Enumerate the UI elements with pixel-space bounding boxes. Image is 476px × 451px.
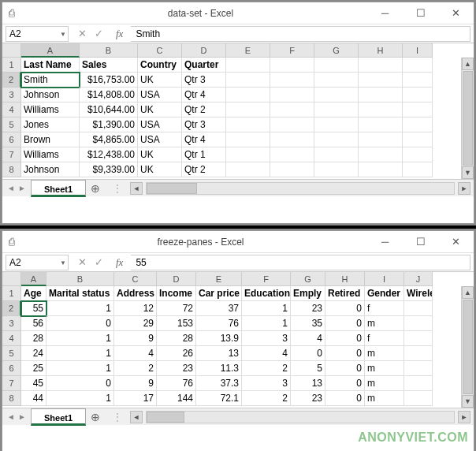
column-header[interactable]: H <box>359 43 403 58</box>
cell[interactable]: 76 <box>157 376 196 391</box>
row-header[interactable]: 1 <box>2 286 21 301</box>
scroll-down-button[interactable]: ▼ <box>462 395 474 408</box>
cell[interactable]: m <box>365 316 404 331</box>
vertical-scrollbar[interactable]: ▲ ▼ <box>461 286 474 408</box>
cell[interactable]: 37.3 <box>196 376 242 391</box>
row-header[interactable]: 7 <box>2 376 21 391</box>
header-cell[interactable]: Address <box>114 286 157 301</box>
fx-label[interactable]: fx <box>113 256 126 269</box>
column-header[interactable]: H <box>325 272 365 286</box>
row-header[interactable]: 6 <box>2 361 21 376</box>
column-header[interactable]: B <box>80 43 138 58</box>
row-header[interactable]: 5 <box>2 117 21 132</box>
cell[interactable] <box>404 331 433 346</box>
cell[interactable]: 9 <box>114 331 157 346</box>
cell[interactable] <box>226 117 270 132</box>
cell[interactable] <box>226 147 270 162</box>
cell[interactable] <box>314 88 359 102</box>
cell[interactable]: f <box>365 331 404 346</box>
cell[interactable]: Qtr 3 <box>182 117 226 132</box>
cell[interactable]: UK <box>138 102 182 117</box>
cell[interactable]: 2 <box>242 361 291 376</box>
cell[interactable]: 13 <box>291 376 325 391</box>
minimize-button[interactable]: ─ <box>367 2 403 24</box>
cell[interactable]: Qtr 2 <box>182 162 226 177</box>
cell[interactable] <box>404 316 433 331</box>
header-cell[interactable]: Quarter <box>182 58 226 73</box>
column-header[interactable]: B <box>46 272 114 286</box>
cell[interactable]: 44 <box>21 391 46 406</box>
cell[interactable]: 11.3 <box>196 361 242 376</box>
column-header[interactable]: A <box>21 43 80 58</box>
column-header[interactable]: E <box>196 272 242 286</box>
cell[interactable]: 1 <box>46 301 114 316</box>
cell[interactable]: Qtr 2 <box>182 102 226 117</box>
row-header[interactable]: 6 <box>2 132 21 147</box>
header-cell[interactable]: Income <box>157 286 196 301</box>
cell[interactable] <box>404 346 433 361</box>
cell[interactable] <box>403 132 433 147</box>
header-cell[interactable]: Car price <box>196 286 242 301</box>
cell[interactable] <box>404 301 433 316</box>
cell[interactable]: 0 <box>291 346 325 361</box>
cell[interactable]: 2 <box>114 361 157 376</box>
cell[interactable]: $10,644.00 <box>80 102 138 117</box>
cell[interactable]: 1 <box>46 361 114 376</box>
enter-icon[interactable]: ✓ <box>95 28 103 39</box>
header-cell[interactable] <box>359 58 403 73</box>
cell[interactable]: UK <box>138 73 182 88</box>
cell[interactable]: Qtr 4 <box>182 132 226 147</box>
scroll-thumb[interactable] <box>147 183 197 194</box>
cell[interactable]: 4 <box>291 331 325 346</box>
cell[interactable] <box>403 73 433 88</box>
cell[interactable]: 25 <box>21 361 46 376</box>
sheet-tab[interactable]: Sheet1 <box>31 180 86 197</box>
scroll-track[interactable] <box>146 182 455 195</box>
cell[interactable]: 1 <box>242 301 291 316</box>
cell[interactable] <box>404 361 433 376</box>
cell[interactable] <box>403 117 433 132</box>
header-cell[interactable]: Gender <box>365 286 404 301</box>
cell[interactable]: 24 <box>21 346 46 361</box>
enter-icon[interactable]: ✓ <box>95 256 103 268</box>
add-sheet-button[interactable]: ⊕ <box>86 408 105 426</box>
header-cell[interactable]: Retired <box>325 286 365 301</box>
name-box[interactable]: A2▼ <box>6 255 69 270</box>
cell[interactable] <box>270 132 314 147</box>
cell[interactable] <box>404 391 433 406</box>
cell[interactable]: 23 <box>291 391 325 406</box>
chevron-left-icon[interactable]: ◄ <box>7 184 15 192</box>
add-sheet-button[interactable]: ⊕ <box>86 180 105 197</box>
cell[interactable]: Brown <box>21 132 80 147</box>
cell[interactable]: Jones <box>21 117 80 132</box>
splitter-icon[interactable]: ⋮ <box>108 412 127 423</box>
column-header[interactable]: F <box>270 43 314 58</box>
scroll-right-button[interactable]: ► <box>458 411 470 423</box>
cell[interactable]: 0 <box>46 376 114 391</box>
cell[interactable] <box>359 88 403 102</box>
column-header[interactable]: A <box>21 272 46 286</box>
cell[interactable] <box>314 132 359 147</box>
cell[interactable]: 0 <box>325 301 365 316</box>
column-header[interactable]: D <box>182 43 226 58</box>
column-header[interactable]: G <box>291 272 325 286</box>
row-header[interactable]: 2 <box>2 301 21 316</box>
column-header[interactable]: C <box>114 272 157 286</box>
cell[interactable]: 1 <box>46 331 114 346</box>
cell[interactable]: USA <box>138 117 182 132</box>
header-cell[interactable]: Marital status <box>46 286 114 301</box>
cell[interactable] <box>359 147 403 162</box>
column-header[interactable]: E <box>226 43 270 58</box>
name-box[interactable]: A2▼ <box>6 26 69 42</box>
cell[interactable]: 56 <box>21 316 46 331</box>
cell[interactable] <box>270 88 314 102</box>
close-button[interactable]: ✕ <box>438 231 474 253</box>
cell[interactable]: 13 <box>196 346 242 361</box>
scroll-thumb[interactable] <box>147 412 184 423</box>
cell[interactable]: 55 <box>21 301 46 316</box>
cell[interactable]: 0 <box>325 316 365 331</box>
scroll-left-button[interactable]: ◄ <box>130 182 143 195</box>
cell[interactable]: 76 <box>196 316 242 331</box>
cell[interactable]: 29 <box>114 316 157 331</box>
minimize-button[interactable]: ─ <box>367 231 403 253</box>
